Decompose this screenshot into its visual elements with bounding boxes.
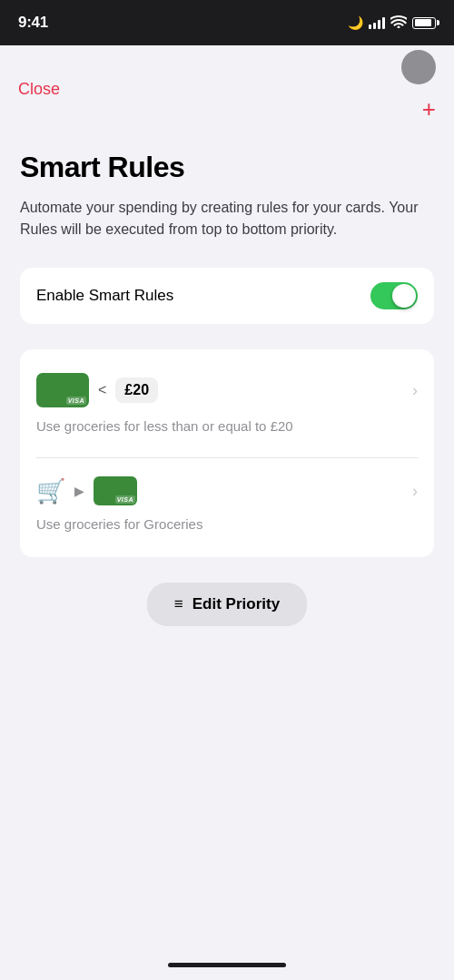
rules-card: VISA < £20 › Use groceries for less than… [20, 349, 434, 557]
less-than-icon: < [98, 382, 106, 398]
status-time: 9:41 [18, 14, 48, 32]
rule-item-1[interactable]: VISA < £20 › Use groceries for less than… [36, 366, 418, 443]
nav-bar: Close + [0, 45, 454, 132]
smart-rules-toggle[interactable] [370, 282, 418, 309]
home-indicator [168, 963, 286, 967]
signal-icon [369, 16, 385, 29]
card-chip-2: VISA [94, 476, 137, 505]
status-bar: 9:41 🌙 [0, 0, 454, 45]
moon-icon: 🌙 [348, 15, 363, 30]
main-content: Smart Rules Automate your spending by cr… [0, 132, 454, 653]
status-icons: 🌙 [348, 15, 436, 31]
toggle-knob [392, 284, 416, 308]
nav-right: + [422, 54, 436, 123]
avatar [401, 50, 436, 84]
shopping-cart-icon: 🛒 [36, 477, 65, 505]
close-button[interactable]: Close [18, 76, 60, 103]
card-chip-1: VISA [36, 373, 89, 407]
page-title: Smart Rules [20, 151, 434, 184]
visa-label-2: VISA [115, 495, 135, 504]
rule-1-visual: VISA < £20 › [36, 373, 418, 407]
toggle-label: Enable Smart Rules [36, 287, 173, 305]
toggle-card: Enable Smart Rules [20, 268, 434, 324]
rule-1-description: Use groceries for less than or equal to … [36, 416, 418, 436]
page-description: Automate your spending by creating rules… [20, 197, 434, 240]
rule-2-visual: 🛒 ▶ VISA › [36, 476, 418, 505]
edit-priority-button[interactable]: ≡ Edit Priority [147, 583, 307, 626]
edit-priority-label: Edit Priority [192, 595, 280, 613]
rule-2-description: Use groceries for Groceries [36, 514, 418, 534]
battery-icon [412, 17, 436, 29]
chevron-right-icon-2: › [412, 482, 418, 501]
add-button[interactable]: + [422, 95, 436, 123]
chevron-right-icon-1: › [412, 381, 418, 400]
visa-label-1: VISA [66, 397, 86, 405]
rule-item-2[interactable]: 🛒 ▶ VISA › Use groceries for Groceries [36, 457, 418, 541]
toggle-row: Enable Smart Rules [36, 268, 418, 324]
wifi-icon [390, 15, 407, 31]
list-icon: ≡ [174, 595, 183, 613]
amount-badge: £20 [115, 377, 158, 403]
rule-arrow-icon: ▶ [74, 484, 84, 498]
